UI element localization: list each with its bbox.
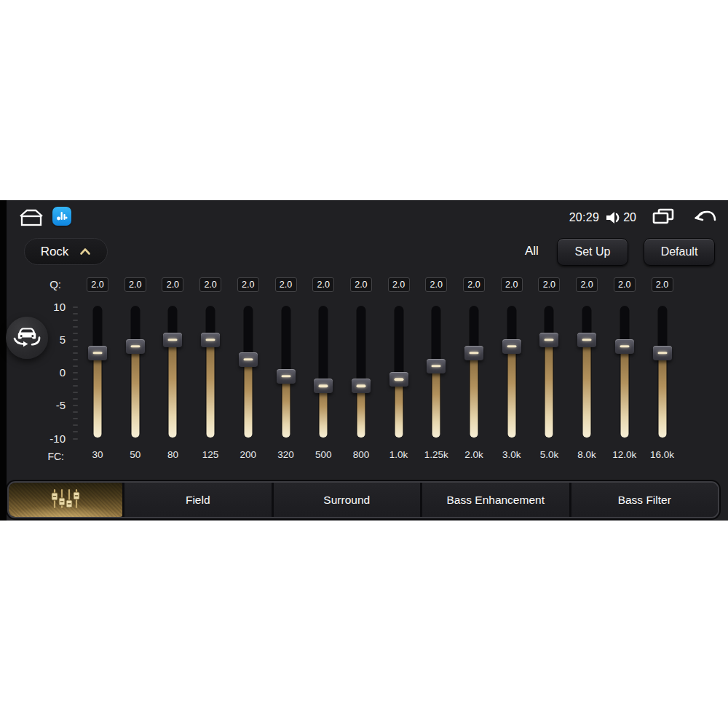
fc-label-3.0k: 3.0k	[502, 449, 521, 460]
q-value-125[interactable]: 2.0	[199, 277, 221, 292]
slider-handle-2.0k[interactable]	[464, 346, 483, 360]
band-800: 2.0800	[342, 200, 380, 477]
gain-axis-label: -5	[29, 399, 66, 411]
slider-fill-200	[244, 360, 252, 438]
tab-field[interactable]: Field	[122, 483, 272, 517]
fc-label-320: 320	[277, 449, 294, 460]
q-value-2.0k[interactable]: 2.0	[463, 277, 485, 292]
slider-handle-500[interactable]	[314, 379, 333, 393]
slider-handle-1.0k[interactable]	[389, 372, 408, 387]
preset-label: Rock	[41, 245, 69, 259]
home-icon	[17, 217, 45, 229]
q-value-50[interactable]: 2.0	[124, 277, 146, 292]
band-5.0k: 2.05.0k	[530, 200, 568, 477]
fc-axis-label: FC:	[29, 451, 64, 462]
axis-tick	[73, 352, 78, 354]
axis-tick	[73, 405, 78, 406]
axis-tick	[73, 326, 78, 328]
back-arrow-icon	[693, 208, 716, 227]
axis-tick	[73, 333, 78, 334]
band-8.0k: 2.08.0k	[568, 200, 606, 477]
slider-handle-125[interactable]	[201, 333, 220, 347]
slider-handle-30[interactable]	[88, 346, 107, 360]
page: 20:29 20	[0, 0, 728, 728]
fc-label-125: 125	[202, 449, 219, 460]
band-80: 2.080	[154, 200, 191, 477]
fc-label-30: 30	[92, 449, 103, 460]
axis-tick	[73, 392, 78, 393]
tab-bass-enhancement[interactable]: Bass Enhancement	[420, 483, 569, 517]
q-value-1.0k[interactable]: 2.0	[388, 277, 410, 292]
axis-tick	[73, 313, 78, 314]
tab-surround[interactable]: Surround	[272, 483, 421, 517]
tab-bass-filter[interactable]: Bass Filter	[569, 483, 719, 517]
fc-label-12.0k: 12.0k	[612, 449, 636, 460]
slider-fill-2.0k	[470, 353, 478, 438]
band-320: 2.0320	[267, 200, 305, 477]
slider-fill-500	[320, 386, 328, 438]
axis-tick	[73, 431, 78, 432]
equalizer-app-icon[interactable]	[52, 207, 71, 226]
slider-handle-320[interactable]	[277, 369, 296, 384]
band-12.0k: 2.012.0k	[606, 200, 644, 477]
band-50: 2.050	[116, 200, 154, 477]
q-value-8.0k[interactable]: 2.0	[576, 277, 598, 292]
equalizer-sliders-icon	[49, 488, 82, 513]
q-value-12.0k[interactable]: 2.0	[614, 277, 636, 292]
slider-handle-200[interactable]	[239, 352, 258, 367]
fc-label-1.0k: 1.0k	[389, 449, 408, 460]
slider-handle-50[interactable]	[126, 339, 145, 354]
slider-fill-1.25k	[432, 366, 440, 438]
q-value-500[interactable]: 2.0	[312, 277, 334, 292]
q-value-320[interactable]: 2.0	[275, 277, 297, 292]
slider-fill-80	[169, 340, 177, 438]
slider-fill-320	[282, 376, 290, 438]
q-value-1.25k[interactable]: 2.0	[425, 277, 447, 292]
home-button[interactable]	[17, 208, 45, 227]
q-value-80[interactable]: 2.0	[162, 277, 183, 292]
q-value-800[interactable]: 2.0	[350, 277, 372, 292]
band-200: 2.0200	[229, 200, 267, 477]
band-500: 2.0500	[304, 200, 342, 477]
tab-label: Bass Enhancement	[447, 494, 545, 507]
axis-tick	[73, 379, 78, 380]
slider-handle-12.0k[interactable]	[615, 339, 634, 354]
fc-label-2.0k: 2.0k	[464, 449, 483, 460]
axis-tick	[73, 365, 78, 367]
fc-label-500: 500	[315, 449, 332, 460]
slider-handle-80[interactable]	[163, 333, 182, 347]
band-1.25k: 2.01.25k	[417, 200, 455, 477]
slider-fill-12.0k	[620, 347, 628, 438]
fc-label-800: 800	[353, 449, 370, 460]
slider-handle-1.25k[interactable]	[427, 359, 446, 373]
fc-label-16.0k: 16.0k	[650, 449, 674, 460]
q-value-5.0k[interactable]: 2.0	[538, 277, 560, 292]
q-value-30[interactable]: 2.0	[87, 277, 108, 292]
slider-fill-3.0k	[507, 347, 515, 438]
q-value-200[interactable]: 2.0	[237, 277, 259, 292]
axis-tick	[73, 320, 78, 321]
axis-tick	[73, 385, 78, 387]
tab-label: Field	[186, 494, 210, 507]
band-30: 2.030	[79, 200, 116, 477]
slider-fill-125	[207, 340, 215, 438]
slider-handle-3.0k[interactable]	[502, 339, 521, 354]
axis-tick	[73, 359, 78, 360]
slider-handle-16.0k[interactable]	[653, 346, 672, 360]
q-value-3.0k[interactable]: 2.0	[501, 277, 523, 292]
tab-label: Bass Filter	[618, 494, 671, 507]
slider-handle-800[interactable]	[352, 379, 371, 393]
fc-label-1.25k: 1.25k	[424, 449, 448, 460]
fc-label-8.0k: 8.0k	[577, 449, 596, 460]
slider-fill-50	[131, 347, 139, 438]
fc-label-50: 50	[130, 449, 141, 460]
car-audio-button[interactable]	[6, 317, 48, 359]
slider-fill-16.0k	[658, 353, 666, 438]
band-125: 2.0125	[191, 200, 229, 477]
slider-handle-8.0k[interactable]	[577, 333, 596, 347]
slider-fill-800	[357, 386, 365, 438]
q-value-16.0k[interactable]: 2.0	[652, 277, 673, 292]
slider-handle-5.0k[interactable]	[539, 333, 558, 347]
tab-equalizer[interactable]	[9, 483, 122, 517]
back-button[interactable]	[693, 208, 716, 227]
